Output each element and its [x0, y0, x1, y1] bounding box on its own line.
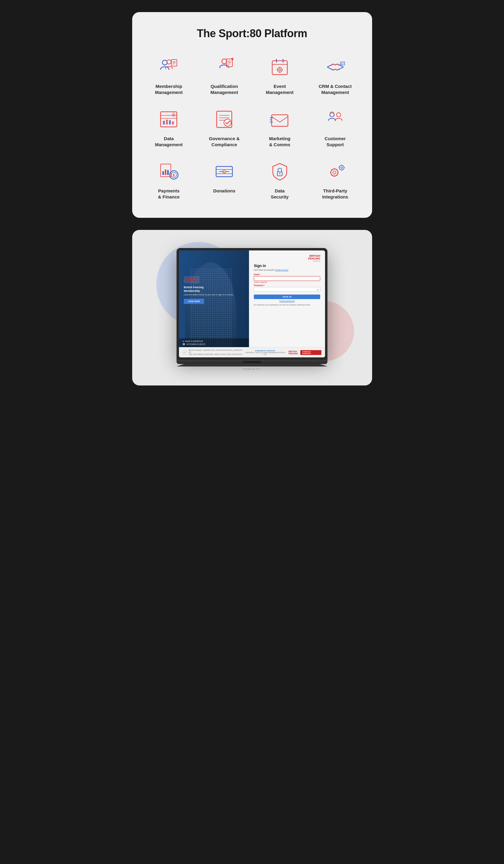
make-donation-link[interactable]: ♥ MAKE A DONATION — [183, 340, 245, 342]
svg-rect-47 — [162, 171, 164, 175]
laptop-base — [176, 360, 328, 364]
qualification-label: QualificationManagement — [210, 83, 238, 95]
marketing-label: Marketing& Comms — [269, 136, 290, 147]
email-input[interactable] — [254, 276, 320, 281]
screen-bottom-links: ♥ MAKE A DONATION 📅 UPCOMING EVENTS — [179, 338, 249, 347]
platform-item-support[interactable]: CustomerSupport — [310, 107, 360, 147]
join-now-button[interactable]: JOIN NOW — [184, 299, 204, 304]
integrations-label: Third-PartyIntegrations — [322, 188, 348, 200]
svg-text:$: $ — [173, 173, 175, 177]
svg-point-63 — [333, 171, 336, 174]
email-label: Email * — [254, 273, 320, 276]
svg-point-73 — [341, 167, 343, 169]
platform-title: The Sport:80 Platform — [144, 27, 360, 40]
login-panel: BRITISH FENCING ━━━━━━━ Sign in Don't ha… — [249, 250, 325, 347]
screen-left-panel: BRITISHFENCING British Fencing Membershi… — [179, 250, 249, 329]
svg-point-0 — [162, 60, 167, 65]
crm-label: CRM & ContactManagement — [319, 83, 352, 95]
svg-rect-38 — [272, 115, 288, 126]
password-row: 👁 — [254, 287, 320, 293]
password-label: Password * — [254, 284, 320, 286]
footer-left: ✓ BRITISH FENCING, 1 BARON'S GATE, 33-35… — [183, 349, 244, 356]
svg-rect-28 — [166, 120, 168, 124]
laptop-screen: BRITISHFENCING British Fencing Membershi… — [179, 250, 325, 357]
platform-item-integrations[interactable]: Third-PartyIntegrations — [310, 159, 360, 200]
data-label: DataManagement — [155, 136, 183, 147]
platform-item-marketing[interactable]: Marketing& Comms — [255, 107, 305, 147]
create-account-link[interactable]: Create account — [275, 269, 288, 271]
copyright-text: COPYRIGHT © 2023. ALL RIGHTS RESERVED SP… — [244, 352, 286, 355]
svg-point-61 — [279, 173, 280, 174]
email-error: Field is required. — [254, 281, 320, 283]
login-logo: BRITISH FENCING ━━━━━━━ — [254, 255, 320, 262]
svg-point-1 — [167, 60, 171, 64]
platform-item-qualification[interactable]: QualificationManagement — [199, 55, 249, 95]
platform-item-security[interactable]: DataSecurity — [255, 159, 305, 200]
svg-point-72 — [339, 165, 344, 170]
laptop-notch — [243, 361, 261, 363]
upcoming-events-link[interactable]: 📅 UPCOMING EVENTS — [183, 343, 245, 345]
laptop-body: BRITISHFENCING British Fencing Membershi… — [176, 248, 328, 360]
forgot-password-link[interactable]: Forgot password? — [254, 300, 320, 302]
donations-label: Donations — [213, 188, 235, 194]
login-title: Sign in — [254, 264, 320, 268]
integrations-icon — [323, 159, 347, 184]
svg-rect-48 — [165, 169, 166, 175]
svg-rect-49 — [167, 170, 169, 175]
svg-point-37 — [224, 119, 231, 126]
svg-point-15 — [277, 67, 282, 72]
crm-icon — [323, 55, 347, 79]
footer-right: POWERED BY SPORT:80 COPYRIGHT © 2023. AL… — [244, 350, 321, 355]
svg-point-45 — [336, 113, 341, 117]
svg-point-42 — [330, 113, 334, 117]
svg-rect-27 — [163, 121, 165, 124]
laptop-stand — [176, 364, 328, 367]
eye-icon: 👁 — [317, 289, 319, 291]
platform-grid: MembershipManagement QualificationMa — [144, 55, 360, 200]
signin-button[interactable]: SIGN IN — [254, 295, 320, 299]
donation-icon: ♥ — [183, 340, 184, 342]
laptop-section: BRITISHFENCING British Fencing Membershi… — [132, 230, 372, 385]
svg-rect-21 — [341, 62, 345, 65]
platform-item-membership[interactable]: MembershipManagement — [144, 55, 194, 95]
laptop-model-label: MacBook Pro — [176, 368, 328, 370]
bf-subtitle: Click the button below to join now or si… — [184, 293, 234, 296]
svg-rect-30 — [172, 121, 174, 124]
password-input[interactable] — [254, 287, 320, 292]
donations-icon: $ — [212, 159, 236, 184]
platform-item-data[interactable]: $ DataManagement — [144, 107, 194, 147]
marketing-icon — [268, 107, 292, 131]
payments-label: Payments& Finance — [158, 188, 180, 200]
governance-icon — [212, 107, 236, 131]
svg-point-43 — [329, 115, 331, 116]
platform-item-crm[interactable]: CRM & ContactManagement — [310, 55, 360, 95]
login-create-account: Don't have an account? Create account — [254, 269, 320, 271]
bf-logo-left: BRITISHFENCING — [184, 276, 199, 283]
svg-point-6 — [222, 59, 227, 64]
calendar-icon: 📅 — [183, 343, 185, 345]
bf-logo-text: BRITISHFENCING — [186, 277, 197, 282]
membership-icon — [157, 55, 181, 79]
event-label: EventManagement — [266, 83, 294, 95]
footer-contact-button[interactable]: CONTACT SUPPORT — [300, 350, 321, 355]
support-icon — [323, 107, 347, 131]
svg-point-16 — [279, 69, 281, 71]
recaptcha-box: ✓ — [183, 350, 187, 355]
bf-membership-title: British Fencing Membership — [184, 286, 204, 293]
screen-footer: ✓ BRITISH FENCING, 1 BARON'S GATE, 33-35… — [179, 347, 325, 357]
data-icon: $ — [157, 107, 181, 131]
platform-item-payments[interactable]: $ Payments& Finance — [144, 159, 194, 200]
svg-text:$: $ — [223, 171, 225, 173]
support-label: CustomerSupport — [325, 136, 346, 147]
svg-point-44 — [333, 115, 335, 116]
footer-bf-logo: BRITISHFENCING — [288, 350, 298, 355]
security-label: DataSecurity — [271, 188, 288, 200]
screen-inner: BRITISHFENCING British Fencing Membershi… — [179, 250, 325, 347]
event-icon — [268, 55, 292, 79]
svg-text:$: $ — [173, 113, 174, 117]
platform-section: The Sport:80 Platform Memb — [132, 12, 372, 218]
platform-item-governance[interactable]: Governance &Compliance — [199, 107, 249, 147]
governance-label: Governance &Compliance — [209, 136, 239, 147]
platform-item-event[interactable]: EventManagement — [255, 55, 305, 95]
platform-item-donations[interactable]: $ Donations — [199, 159, 249, 200]
